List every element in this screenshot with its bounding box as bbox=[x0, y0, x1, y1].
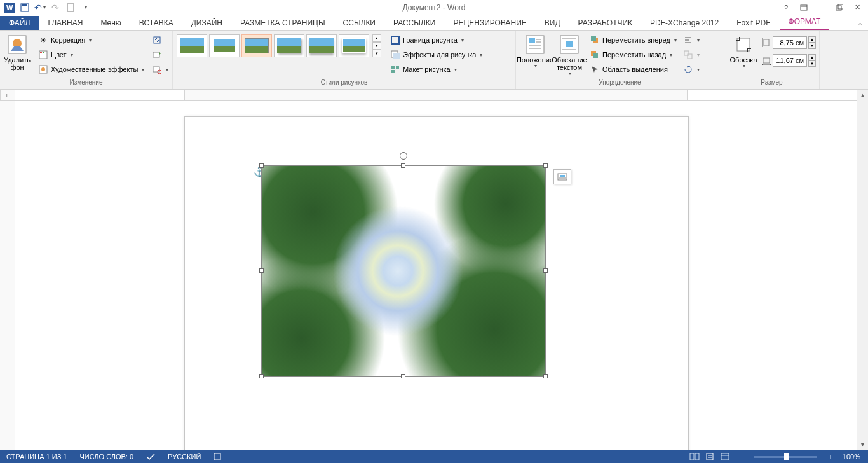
restore-icon[interactable] bbox=[831, 1, 848, 14]
close-icon[interactable]: ✕ bbox=[849, 1, 865, 14]
align-button[interactable]: ▾ bbox=[681, 33, 702, 47]
effects-icon bbox=[390, 50, 400, 60]
resize-handle-mr[interactable] bbox=[543, 268, 548, 273]
document-workspace[interactable]: ⚓ bbox=[15, 101, 857, 450]
title-bar: W ↶▾ ↷ ▾ Документ2 - Word ? ─ ✕ bbox=[0, 0, 868, 15]
tab-format[interactable]: ФОРМАТ bbox=[780, 15, 830, 30]
new-doc-icon[interactable] bbox=[64, 1, 78, 15]
zoom-slider[interactable] bbox=[754, 456, 817, 458]
svg-rect-54 bbox=[707, 453, 713, 460]
horizontal-ruler[interactable] bbox=[15, 90, 857, 101]
styles-scroll-down[interactable]: ▾ bbox=[372, 42, 381, 50]
tab-insert[interactable]: ВСТАВКА bbox=[130, 16, 182, 30]
tab-view[interactable]: ВИД bbox=[536, 16, 569, 30]
tab-pdfxchange[interactable]: PDF-XChange 2012 bbox=[641, 16, 728, 30]
resize-handle-br[interactable] bbox=[543, 374, 548, 378]
collapse-ribbon-icon[interactable]: ⌃ bbox=[852, 22, 868, 30]
redo-icon[interactable]: ↷ bbox=[48, 1, 62, 15]
layout-options-button[interactable] bbox=[553, 169, 571, 184]
picture-style-2[interactable] bbox=[209, 34, 240, 57]
qat-customize-icon[interactable]: ▾ bbox=[79, 1, 93, 15]
tab-file[interactable]: ФАЙЛ bbox=[0, 16, 39, 30]
artistic-effects-button[interactable]: Художественные эффекты▾ bbox=[36, 62, 147, 76]
picture-style-1[interactable] bbox=[177, 34, 207, 57]
styles-scroll-up[interactable]: ▴ bbox=[372, 34, 381, 42]
resize-handle-tr[interactable] bbox=[543, 163, 548, 168]
width-spin-up[interactable]: ▲ bbox=[808, 54, 816, 60]
selection-pane-button[interactable]: Область выделения bbox=[587, 62, 679, 76]
word-count[interactable]: ЧИСЛО СЛОВ: 0 bbox=[74, 453, 140, 460]
group-button[interactable]: ▾ bbox=[681, 48, 702, 62]
vertical-scrollbar[interactable]: ▲ ▼ bbox=[857, 90, 868, 450]
picture-style-5[interactable] bbox=[306, 34, 337, 57]
scroll-up-icon[interactable]: ▲ bbox=[857, 90, 868, 101]
zoom-in-button[interactable]: + bbox=[824, 452, 837, 462]
resize-handle-tl[interactable] bbox=[259, 163, 264, 168]
zoom-slider-thumb[interactable] bbox=[784, 453, 789, 460]
read-mode-icon[interactable] bbox=[688, 452, 702, 462]
compress-pictures-button[interactable] bbox=[149, 33, 171, 47]
word-icon[interactable]: W bbox=[3, 1, 17, 15]
tab-review[interactable]: РЕЦЕНЗИРОВАНИЕ bbox=[444, 16, 535, 30]
position-button[interactable]: Положение▾ bbox=[519, 33, 552, 71]
bring-forward-button[interactable]: Переместить вперед▾ bbox=[587, 33, 679, 47]
save-icon[interactable] bbox=[18, 1, 32, 15]
styles-more[interactable]: ▾ bbox=[372, 50, 381, 57]
tab-menu[interactable]: Меню bbox=[92, 16, 130, 30]
tab-developer[interactable]: РАЗРАБОТЧИК bbox=[569, 16, 642, 30]
tab-home[interactable]: ГЛАВНАЯ bbox=[39, 16, 92, 30]
send-backward-button[interactable]: Переместить назад▾ bbox=[587, 48, 679, 62]
picture-style-4[interactable] bbox=[274, 34, 304, 57]
picture-border-button[interactable]: Граница рисунка▾ bbox=[388, 33, 485, 47]
tab-references[interactable]: ССЫЛКИ bbox=[334, 16, 384, 30]
spellcheck-icon[interactable] bbox=[140, 453, 161, 460]
help-icon[interactable]: ? bbox=[778, 1, 794, 14]
height-input[interactable] bbox=[773, 36, 807, 49]
scroll-down-icon[interactable]: ▼ bbox=[857, 439, 868, 450]
svg-rect-18 bbox=[153, 67, 159, 72]
picture-style-3[interactable] bbox=[241, 34, 272, 57]
resize-handle-tm[interactable] bbox=[401, 163, 405, 168]
crop-button[interactable]: Обрезка▾ bbox=[727, 33, 760, 71]
ribbon-display-icon[interactable] bbox=[796, 1, 812, 14]
selected-image[interactable] bbox=[261, 165, 546, 377]
reset-picture-button[interactable]: ▾ bbox=[149, 62, 171, 76]
remove-background-button[interactable]: Удалить фон bbox=[3, 33, 32, 73]
height-icon bbox=[761, 38, 771, 48]
resize-handle-bm[interactable] bbox=[401, 374, 405, 378]
tab-foxit[interactable]: Foxit PDF bbox=[728, 16, 779, 30]
wrap-text-button[interactable]: Обтекание текстом▾ bbox=[553, 33, 586, 78]
resize-handle-bl[interactable] bbox=[259, 374, 264, 378]
rotate-button[interactable]: ▾ bbox=[681, 62, 702, 76]
picture-styles-gallery: ▴ ▾ ▾ bbox=[175, 33, 383, 59]
picture-effects-button[interactable]: Эффекты для рисунка▾ bbox=[388, 48, 485, 62]
change-picture-button[interactable] bbox=[149, 48, 171, 62]
tab-design[interactable]: ДИЗАЙН bbox=[182, 16, 231, 30]
print-layout-icon[interactable] bbox=[703, 452, 717, 462]
width-input[interactable] bbox=[773, 54, 807, 67]
ruler-corner[interactable]: L bbox=[0, 90, 15, 101]
corrections-button[interactable]: ☀Коррекция▾ bbox=[36, 33, 147, 47]
undo-icon[interactable]: ↶▾ bbox=[33, 1, 47, 15]
picture-layout-button[interactable]: Макет рисунка▾ bbox=[388, 62, 485, 76]
height-spin-up[interactable]: ▲ bbox=[808, 36, 816, 43]
width-spin-down[interactable]: ▼ bbox=[808, 60, 816, 67]
language[interactable]: РУССКИЙ bbox=[161, 453, 207, 460]
tab-mailings[interactable]: РАССЫЛКИ bbox=[384, 16, 444, 30]
minimize-icon[interactable]: ─ bbox=[813, 1, 830, 14]
macro-icon[interactable] bbox=[207, 453, 227, 460]
group-label-arrange: Упорядочение bbox=[519, 79, 721, 89]
rotate-handle[interactable] bbox=[400, 152, 407, 160]
zoom-level[interactable]: 100% bbox=[839, 453, 864, 460]
svg-rect-39 bbox=[593, 53, 598, 58]
height-spin-down[interactable]: ▼ bbox=[808, 43, 816, 49]
color-button[interactable]: Цвет▾ bbox=[36, 48, 147, 62]
web-layout-icon[interactable] bbox=[718, 452, 732, 462]
svg-text:W: W bbox=[6, 4, 13, 11]
zoom-out-button[interactable]: − bbox=[733, 452, 747, 462]
tab-layout[interactable]: РАЗМЕТКА СТРАНИЦЫ bbox=[231, 16, 334, 30]
page-count[interactable]: СТРАНИЦА 1 ИЗ 1 bbox=[0, 453, 74, 460]
picture-style-6[interactable] bbox=[339, 34, 369, 57]
resize-handle-ml[interactable] bbox=[259, 268, 264, 273]
vertical-ruler[interactable] bbox=[0, 101, 15, 450]
